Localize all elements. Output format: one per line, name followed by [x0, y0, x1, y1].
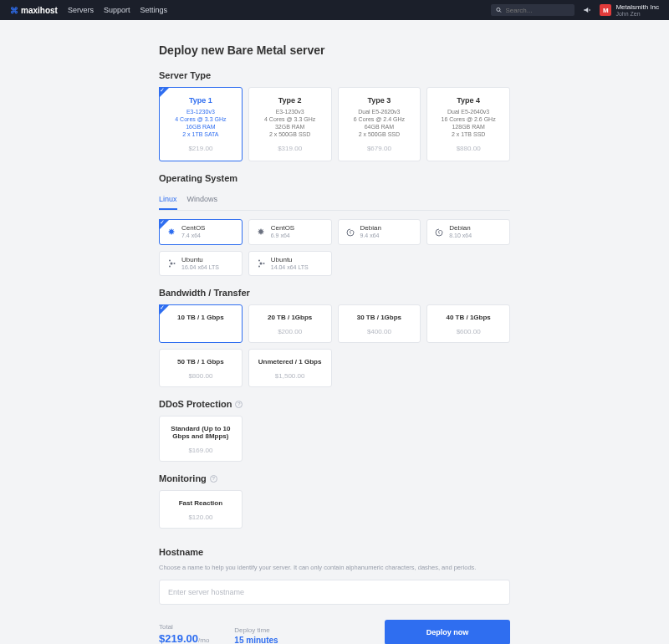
server-type-heading: Server Type — [159, 70, 510, 80]
os-sub: 9.4 x64 — [360, 233, 381, 239]
monitoring-heading-text: Monitoring — [159, 473, 207, 483]
server-type-options: Type 1 E3-1230v3 4 Cores @ 3.3 GHz 16GB … — [159, 87, 510, 161]
server-card-specs: E3-1230v3 4 Cores @ 3.3 GHz 32GB RAM 2 x… — [256, 108, 324, 138]
os-sub: 8.10 x64 — [449, 233, 472, 239]
server-card-price: $679.00 — [345, 145, 414, 152]
ddos-heading-text: DDoS Protection — [159, 399, 232, 409]
os-card[interactable]: Debian 9.4 x64 — [338, 219, 421, 244]
os-name: CentOS — [271, 225, 294, 233]
footer-total: Total $219.00/mo — [159, 623, 209, 644]
bandwidth-card[interactable]: 40 TB / 1Gbps $600.00 — [426, 304, 510, 343]
footer-deploy-time: Deploy time 15 minutes — [234, 626, 278, 644]
total-label: Total — [159, 623, 209, 631]
ddos-price: $169.00 — [166, 447, 235, 454]
megaphone-icon — [583, 6, 591, 14]
server-card-price: $219.00 — [166, 145, 235, 152]
help-icon[interactable]: ? — [210, 475, 217, 483]
bw-title: 10 TB / 1 Gbps — [166, 314, 235, 321]
user-company: Metalsmith Inc — [615, 4, 659, 11]
ubuntu-icon — [256, 258, 266, 268]
bw-price: $400.00 — [345, 328, 414, 335]
svg-point-9 — [258, 266, 260, 268]
nav-link-servers[interactable]: Servers — [68, 6, 94, 14]
monitoring-options: Fast Reaction $120.00 — [159, 490, 510, 529]
nav-link-support[interactable]: Support — [104, 6, 130, 14]
bw-title: 50 TB / 1 Gbps — [166, 358, 235, 365]
server-card-specs: E3-1230v3 4 Cores @ 3.3 GHz 16GB RAM 2 x… — [166, 108, 235, 138]
bandwidth-row-1: 10 TB / 1 Gbps 20 TB / 1Gbps $200.00 30 … — [159, 304, 510, 343]
server-type-card[interactable]: Type 3 Dual E5-2620v3 6 Cores @ 2.4 GHz … — [338, 87, 421, 161]
svg-point-5 — [169, 266, 171, 268]
ddos-card[interactable]: Standard (Up to 10 Gbps and 8Mpps) $169.… — [159, 416, 243, 462]
search-icon — [496, 7, 502, 13]
svg-point-3 — [174, 263, 176, 264]
bandwidth-card[interactable]: 10 TB / 1 Gbps — [159, 304, 243, 343]
monitoring-card[interactable]: Fast Reaction $120.00 — [159, 490, 243, 529]
os-name: CentOS — [181, 225, 205, 233]
bandwidth-row-2: 50 TB / 1 Gbps $800.00 Unmetered / 1 Gbp… — [159, 349, 510, 387]
deploy-time-label: Deploy time — [234, 626, 278, 634]
help-icon[interactable]: ? — [235, 401, 243, 408]
bandwidth-card[interactable]: 50 TB / 1 Gbps $800.00 — [159, 349, 243, 387]
bandwidth-card[interactable]: 30 TB / 1Gbps $400.00 — [338, 304, 421, 343]
deploy-time-value: 15 minutes — [234, 636, 278, 644]
svg-point-7 — [263, 263, 264, 264]
os-sub: 16.04 x64 LTS — [181, 264, 219, 271]
monitoring-title: Fast Reaction — [166, 499, 235, 507]
top-nav: ⌘ maxihost Servers Support Settings M Me… — [0, 0, 669, 20]
bw-title: Unmetered / 1 Gbps — [256, 358, 324, 365]
os-card[interactable]: CentOS 7.4 x64 — [159, 219, 243, 244]
bw-title: 30 TB / 1Gbps — [345, 314, 414, 321]
os-sub: 14.04 x64 LTS — [271, 264, 309, 271]
tab-linux[interactable]: Linux — [159, 190, 177, 210]
bw-price: $800.00 — [166, 372, 235, 380]
os-card[interactable]: CentOS 6.9 x64 — [248, 219, 332, 244]
ubuntu-icon — [166, 258, 176, 268]
user-menu[interactable]: M Metalsmith Inc John Zen — [600, 4, 659, 17]
os-card[interactable]: Debian 8.10 x64 — [426, 219, 510, 244]
os-card[interactable]: Ubuntu 14.04 x64 LTS — [248, 251, 332, 276]
server-card-title: Type 3 — [345, 96, 414, 105]
os-card[interactable]: Ubuntu 16.04 x64 LTS — [159, 251, 243, 276]
bandwidth-card[interactable]: 20 TB / 1Gbps $200.00 — [248, 304, 332, 343]
bw-title: 40 TB / 1Gbps — [434, 314, 503, 321]
server-card-specs: Dual E5-2640v3 16 Cores @ 2.6 GHz 128GB … — [434, 108, 503, 138]
svg-line-1 — [500, 11, 502, 13]
nav-link-settings[interactable]: Settings — [140, 6, 167, 14]
search-wrapper[interactable] — [491, 4, 575, 16]
os-sub: 6.9 x64 — [271, 233, 294, 239]
tab-windows[interactable]: Windows — [187, 190, 218, 210]
svg-point-2 — [171, 263, 173, 265]
notifications-button[interactable] — [583, 6, 591, 14]
server-type-card[interactable]: Type 4 Dual E5-2640v3 16 Cores @ 2.6 GHz… — [426, 87, 510, 161]
hostname-input[interactable] — [159, 580, 510, 605]
bw-price: $200.00 — [256, 328, 324, 335]
search-input[interactable] — [505, 7, 569, 14]
debian-icon — [434, 227, 444, 238]
deploy-button[interactable]: Deploy now — [385, 620, 510, 644]
footer: Total $219.00/mo Deploy time 15 minutes … — [159, 620, 510, 644]
brand-logo-icon: ⌘ — [10, 6, 18, 15]
svg-point-8 — [258, 260, 260, 262]
bandwidth-card[interactable]: Unmetered / 1 Gbps $1,500.00 — [248, 349, 332, 387]
server-card-title: Type 1 — [166, 96, 235, 105]
server-card-price: $319.00 — [256, 145, 324, 152]
bw-price: $600.00 — [434, 328, 503, 335]
brand-logo[interactable]: ⌘ maxihost — [10, 6, 58, 15]
os-name: Debian — [360, 225, 381, 233]
bw-title: 20 TB / 1Gbps — [256, 314, 324, 321]
os-name: Ubuntu — [271, 257, 309, 264]
server-type-card[interactable]: Type 1 E3-1230v3 4 Cores @ 3.3 GHz 16GB … — [159, 87, 243, 161]
os-heading: Operating System — [159, 173, 510, 183]
total-value: $219.00/mo — [159, 632, 209, 644]
bandwidth-heading: Bandwidth / Transfer — [159, 288, 510, 298]
server-card-title: Type 2 — [256, 96, 324, 105]
server-type-card[interactable]: Type 2 E3-1230v3 4 Cores @ 3.3 GHz 32GB … — [248, 87, 332, 161]
server-card-price: $880.00 — [434, 145, 503, 152]
monitoring-heading: Monitoring ? — [159, 473, 510, 483]
brand-name: maxihost — [21, 6, 58, 15]
avatar: M — [600, 4, 611, 16]
ddos-title: Standard (Up to 10 Gbps and 8Mpps) — [166, 425, 235, 440]
server-card-title: Type 4 — [434, 96, 503, 105]
ddos-options: Standard (Up to 10 Gbps and 8Mpps) $169.… — [159, 416, 510, 462]
